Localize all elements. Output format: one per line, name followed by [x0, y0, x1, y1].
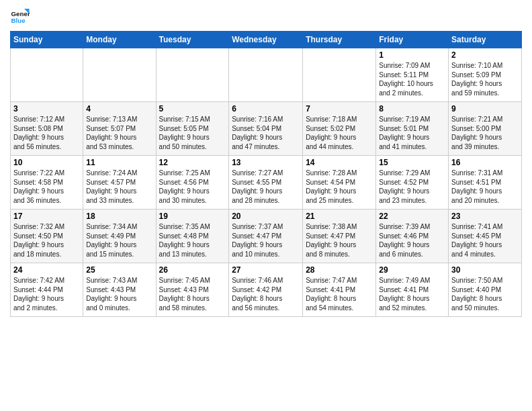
calendar-cell	[83, 48, 156, 102]
calendar-cell: 2Sunrise: 7:10 AMSunset: 5:09 PMDaylight…	[449, 48, 522, 102]
calendar-cell: 7Sunrise: 7:18 AMSunset: 5:02 PMDaylight…	[303, 102, 376, 156]
day-number: 19	[159, 212, 226, 221]
day-info: Sunrise: 7:37 AMSunset: 4:47 PMDaylight:…	[232, 222, 300, 259]
logo-icon: General Blue	[10, 7, 30, 27]
calendar-cell: 1Sunrise: 7:09 AMSunset: 5:11 PMDaylight…	[376, 48, 449, 102]
day-number: 9	[451, 104, 519, 113]
calendar-cell: 18Sunrise: 7:34 AMSunset: 4:49 PMDayligh…	[83, 210, 156, 263]
calendar-cell: 26Sunrise: 7:45 AMSunset: 4:43 PMDayligh…	[156, 263, 229, 317]
day-header-friday: Friday	[376, 32, 449, 48]
day-info: Sunrise: 7:27 AMSunset: 4:55 PMDaylight:…	[232, 169, 300, 205]
calendar-cell: 29Sunrise: 7:49 AMSunset: 4:41 PMDayligh…	[376, 263, 449, 317]
calendar-cell: 30Sunrise: 7:50 AMSunset: 4:40 PMDayligh…	[449, 263, 522, 317]
day-number: 11	[86, 158, 152, 167]
day-header-thursday: Thursday	[303, 32, 376, 48]
day-number: 18	[86, 212, 152, 221]
day-info: Sunrise: 7:24 AMSunset: 4:57 PMDaylight:…	[86, 169, 152, 205]
day-info: Sunrise: 7:50 AMSunset: 4:40 PMDaylight:…	[451, 276, 519, 312]
logo: General Blue	[10, 7, 33, 27]
day-header-monday: Monday	[83, 32, 156, 48]
week-row-3: 10Sunrise: 7:22 AMSunset: 4:58 PMDayligh…	[11, 156, 522, 210]
day-info: Sunrise: 7:10 AMSunset: 5:09 PMDaylight:…	[451, 61, 519, 97]
day-info: Sunrise: 7:45 AMSunset: 4:43 PMDaylight:…	[159, 276, 226, 312]
day-info: Sunrise: 7:42 AMSunset: 4:44 PMDaylight:…	[13, 276, 80, 312]
calendar-cell: 16Sunrise: 7:31 AMSunset: 4:51 PMDayligh…	[449, 156, 522, 210]
day-number: 8	[379, 104, 445, 113]
header: General Blue	[10, 7, 522, 27]
day-info: Sunrise: 7:22 AMSunset: 4:58 PMDaylight:…	[13, 169, 80, 205]
calendar-cell: 13Sunrise: 7:27 AMSunset: 4:55 PMDayligh…	[229, 156, 303, 210]
week-row-2: 3Sunrise: 7:12 AMSunset: 5:08 PMDaylight…	[11, 102, 522, 156]
day-number: 23	[451, 212, 519, 221]
day-number: 24	[13, 265, 80, 275]
calendar-cell	[229, 48, 303, 102]
day-info: Sunrise: 7:18 AMSunset: 5:02 PMDaylight:…	[306, 115, 373, 151]
calendar-cell: 28Sunrise: 7:47 AMSunset: 4:41 PMDayligh…	[303, 263, 376, 317]
day-info: Sunrise: 7:34 AMSunset: 4:49 PMDaylight:…	[86, 222, 152, 259]
week-row-5: 24Sunrise: 7:42 AMSunset: 4:44 PMDayligh…	[11, 263, 522, 317]
day-number: 3	[13, 104, 80, 113]
calendar-cell: 23Sunrise: 7:41 AMSunset: 4:45 PMDayligh…	[449, 210, 522, 263]
day-number: 21	[306, 212, 373, 221]
calendar-cell: 9Sunrise: 7:21 AMSunset: 5:00 PMDaylight…	[449, 102, 522, 156]
day-info: Sunrise: 7:13 AMSunset: 5:07 PMDaylight:…	[86, 115, 152, 151]
calendar-cell	[156, 48, 229, 102]
day-number: 7	[306, 104, 373, 113]
day-info: Sunrise: 7:28 AMSunset: 4:54 PMDaylight:…	[306, 169, 373, 205]
day-info: Sunrise: 7:12 AMSunset: 5:08 PMDaylight:…	[13, 115, 80, 151]
header-row: SundayMondayTuesdayWednesdayThursdayFrid…	[11, 32, 522, 48]
day-number: 16	[451, 158, 519, 167]
calendar-cell: 17Sunrise: 7:32 AMSunset: 4:50 PMDayligh…	[11, 210, 83, 263]
calendar-cell: 19Sunrise: 7:35 AMSunset: 4:48 PMDayligh…	[156, 210, 229, 263]
day-number: 10	[13, 158, 80, 167]
day-number: 13	[232, 158, 300, 167]
day-info: Sunrise: 7:35 AMSunset: 4:48 PMDaylight:…	[159, 222, 226, 259]
calendar-cell: 3Sunrise: 7:12 AMSunset: 5:08 PMDaylight…	[11, 102, 83, 156]
day-info: Sunrise: 7:43 AMSunset: 4:43 PMDaylight:…	[86, 276, 152, 312]
calendar-cell: 12Sunrise: 7:25 AMSunset: 4:56 PMDayligh…	[156, 156, 229, 210]
calendar-cell: 27Sunrise: 7:46 AMSunset: 4:42 PMDayligh…	[229, 263, 303, 317]
day-number: 26	[159, 265, 226, 275]
calendar-cell: 24Sunrise: 7:42 AMSunset: 4:44 PMDayligh…	[11, 263, 83, 317]
day-number: 14	[306, 158, 373, 167]
day-number: 12	[159, 158, 226, 167]
day-number: 15	[379, 158, 445, 167]
day-number: 17	[13, 212, 80, 221]
day-header-tuesday: Tuesday	[156, 32, 229, 48]
calendar-cell	[11, 48, 83, 102]
calendar-cell: 5Sunrise: 7:15 AMSunset: 5:05 PMDaylight…	[156, 102, 229, 156]
svg-text:Blue: Blue	[11, 17, 26, 24]
day-info: Sunrise: 7:29 AMSunset: 4:52 PMDaylight:…	[379, 169, 445, 205]
day-info: Sunrise: 7:38 AMSunset: 4:47 PMDaylight:…	[306, 222, 373, 259]
calendar-cell: 21Sunrise: 7:38 AMSunset: 4:47 PMDayligh…	[303, 210, 376, 263]
day-info: Sunrise: 7:25 AMSunset: 4:56 PMDaylight:…	[159, 169, 226, 205]
calendar-cell: 20Sunrise: 7:37 AMSunset: 4:47 PMDayligh…	[229, 210, 303, 263]
calendar-cell: 14Sunrise: 7:28 AMSunset: 4:54 PMDayligh…	[303, 156, 376, 210]
calendar-cell: 11Sunrise: 7:24 AMSunset: 4:57 PMDayligh…	[83, 156, 156, 210]
day-number: 25	[86, 265, 152, 275]
calendar-cell: 10Sunrise: 7:22 AMSunset: 4:58 PMDayligh…	[11, 156, 83, 210]
day-number: 2	[451, 50, 519, 60]
day-info: Sunrise: 7:47 AMSunset: 4:41 PMDaylight:…	[306, 276, 373, 312]
day-info: Sunrise: 7:21 AMSunset: 5:00 PMDaylight:…	[451, 115, 519, 151]
day-number: 29	[379, 265, 445, 275]
day-number: 5	[159, 104, 226, 113]
day-info: Sunrise: 7:46 AMSunset: 4:42 PMDaylight:…	[232, 276, 300, 312]
day-number: 30	[451, 265, 519, 275]
day-number: 6	[232, 104, 300, 113]
calendar-cell	[303, 48, 376, 102]
day-number: 4	[86, 104, 152, 113]
day-number: 20	[232, 212, 300, 221]
day-number: 1	[379, 50, 445, 60]
week-row-1: 1Sunrise: 7:09 AMSunset: 5:11 PMDaylight…	[11, 48, 522, 102]
day-header-sunday: Sunday	[11, 32, 83, 48]
day-header-wednesday: Wednesday	[229, 32, 303, 48]
day-number: 27	[232, 265, 300, 275]
day-info: Sunrise: 7:09 AMSunset: 5:11 PMDaylight:…	[379, 61, 445, 97]
calendar-cell: 4Sunrise: 7:13 AMSunset: 5:07 PMDaylight…	[83, 102, 156, 156]
day-number: 28	[306, 265, 373, 275]
day-info: Sunrise: 7:31 AMSunset: 4:51 PMDaylight:…	[451, 169, 519, 205]
calendar-cell: 6Sunrise: 7:16 AMSunset: 5:04 PMDaylight…	[229, 102, 303, 156]
day-info: Sunrise: 7:41 AMSunset: 4:45 PMDaylight:…	[451, 222, 519, 259]
day-info: Sunrise: 7:49 AMSunset: 4:41 PMDaylight:…	[379, 276, 445, 312]
